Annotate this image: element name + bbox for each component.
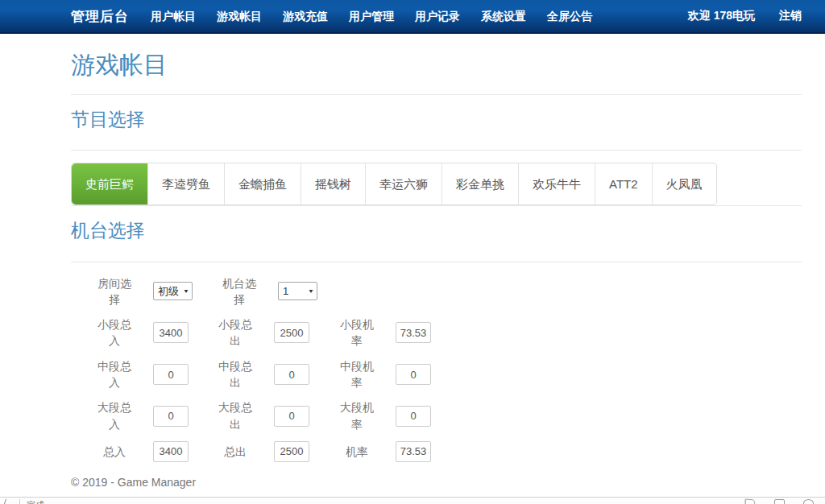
nav-item-user-management[interactable]: 用户管理 [338, 0, 404, 32]
status-done-text: 完成 [27, 499, 44, 504]
brand-admin-backend[interactable]: 管理后台 [71, 7, 129, 26]
tab-game-6[interactable]: 欢乐牛牛 [518, 163, 595, 204]
status-left: 完成 [4, 499, 44, 504]
chevron-down-icon: ▼ [183, 288, 189, 295]
field-small-in: 小段总入 [93, 316, 189, 349]
machine-form: 房间选择 初级 ▼ 机台选择 1 ▼ 小段总入 [71, 275, 802, 462]
tab-game-8[interactable]: 火凤凰 [652, 163, 716, 204]
field-middle-rate: 中段机率 [336, 358, 431, 391]
field-total-in: 总入 [93, 441, 189, 462]
room-select-dropdown[interactable]: 初级 ▼ [153, 282, 193, 300]
game-tabbar: 史前巨鳄 李逵劈鱼 金蟾捕鱼 摇钱树 幸运六狮 彩金单挑 欢乐牛牛 ATT2 火… [71, 163, 717, 205]
field-middle-out: 中段总出 [214, 358, 309, 391]
form-row-middle-segment: 中段总入 中段总出 中段机率 [93, 358, 802, 391]
navbar-inner: 管理后台 用户帐目 游戏帐目 游戏充值 用户管理 用户记录 系统设置 全屏公告 … [71, 0, 802, 32]
tab-game-7[interactable]: ATT2 [595, 163, 652, 204]
divider [71, 205, 802, 206]
field-label: 总入 [93, 444, 135, 460]
field-small-out: 小段总出 [214, 316, 309, 349]
section-title-program-select: 节目选择 [71, 109, 802, 130]
large-segment-rate-input[interactable] [396, 406, 431, 427]
tab-game-1[interactable]: 李逵劈鱼 [147, 163, 224, 204]
nav-item-game-recharge[interactable]: 游戏充值 [272, 0, 338, 32]
nav-item-user-accounts[interactable]: 用户帐目 [140, 0, 206, 32]
tab-game-4[interactable]: 幸运六狮 [365, 163, 442, 204]
page-container: 游戏帐目 节目选择 史前巨鳄 李逵劈鱼 金蟾捕鱼 摇钱树 幸运六狮 彩金单挑 欢… [71, 52, 802, 489]
divider [71, 262, 802, 262]
logout-link[interactable]: 注销 [779, 9, 802, 23]
briefcase-icon[interactable] [774, 499, 785, 504]
field-middle-in: 中段总入 [93, 358, 189, 391]
field-label: 中段机率 [336, 358, 378, 391]
field-label: 大段总出 [214, 399, 256, 432]
tab-game-3[interactable]: 摇钱树 [301, 163, 365, 204]
top-navbar: 管理后台 用户帐目 游戏帐目 游戏充值 用户管理 用户记录 系统设置 全屏公告 … [0, 0, 825, 34]
field-label: 小段总入 [93, 316, 135, 349]
form-row-small-segment: 小段总入 小段总出 小段机率 [93, 316, 802, 349]
field-label: 大段机率 [336, 399, 378, 432]
room-select-group: 房间选择 初级 ▼ [93, 275, 193, 308]
middle-segment-in-input[interactable] [153, 364, 189, 385]
divider [71, 94, 802, 95]
field-large-rate: 大段机率 [336, 399, 431, 432]
nav-item-game-accounts[interactable]: 游戏帐目 [206, 0, 272, 32]
field-label: 小段机率 [336, 316, 378, 349]
middle-segment-rate-input[interactable] [396, 364, 431, 385]
large-segment-out-input[interactable] [274, 406, 309, 427]
field-label: 机率 [336, 444, 378, 460]
chevron-down-icon: ▼ [308, 288, 314, 295]
field-large-out: 大段总出 [214, 399, 309, 432]
status-right-icons [745, 499, 814, 504]
middle-segment-out-input[interactable] [274, 364, 309, 385]
small-segment-out-input[interactable] [274, 322, 309, 343]
navbar-right: 欢迎 178电玩 注销 [688, 9, 802, 23]
machine-select-label: 机台选择 [218, 275, 260, 308]
field-small-rate: 小段机率 [336, 316, 431, 349]
field-label: 小段总出 [214, 316, 256, 349]
field-label: 总出 [214, 444, 256, 460]
form-row-large-segment: 大段总入 大段总出 大段机率 [93, 399, 802, 432]
field-total-rate: 机率 [336, 441, 431, 462]
page-title: 游戏帐目 [71, 52, 802, 78]
nav-item-fullscreen-announcement[interactable]: 全屏公告 [537, 0, 603, 32]
form-row-totals: 总入 总出 机率 [93, 441, 802, 462]
total-out-input[interactable] [274, 441, 309, 462]
machine-select-group: 机台选择 1 ▼ [218, 275, 317, 308]
section-title-machine-select: 机台选择 [71, 221, 802, 241]
field-label: 中段总出 [214, 358, 256, 391]
small-segment-rate-input[interactable] [396, 322, 431, 343]
tab-game-0[interactable]: 史前巨鳄 [72, 163, 147, 204]
browser-status-bar: 完成 [0, 497, 825, 504]
field-label: 中段总入 [93, 358, 135, 391]
footer-copyright: © 2019 - Game Manager [71, 476, 802, 489]
field-label: 大段总入 [93, 399, 135, 432]
nav-item-user-records[interactable]: 用户记录 [404, 0, 471, 32]
total-rate-input[interactable] [396, 441, 431, 462]
cursor-icon [2, 499, 13, 504]
dial-icon[interactable] [803, 499, 814, 504]
large-segment-in-input[interactable] [153, 406, 189, 427]
field-total-out: 总出 [214, 441, 309, 462]
welcome-text: 欢迎 178电玩 [688, 9, 755, 23]
divider [19, 499, 20, 504]
speaker-icon[interactable] [745, 498, 755, 504]
total-in-input[interactable] [153, 441, 189, 462]
machine-select-value: 1 [283, 285, 288, 297]
room-select-value: 初级 [158, 284, 179, 299]
field-large-in: 大段总入 [93, 399, 189, 432]
small-segment-in-input[interactable] [153, 322, 189, 343]
nav-item-system-settings[interactable]: 系统设置 [471, 0, 537, 32]
tab-game-5[interactable]: 彩金单挑 [442, 163, 518, 204]
form-row-selects: 房间选择 初级 ▼ 机台选择 1 ▼ [93, 275, 802, 308]
room-select-label: 房间选择 [93, 275, 135, 308]
tab-game-2[interactable]: 金蟾捕鱼 [224, 163, 301, 204]
machine-select-dropdown[interactable]: 1 ▼ [278, 282, 317, 300]
